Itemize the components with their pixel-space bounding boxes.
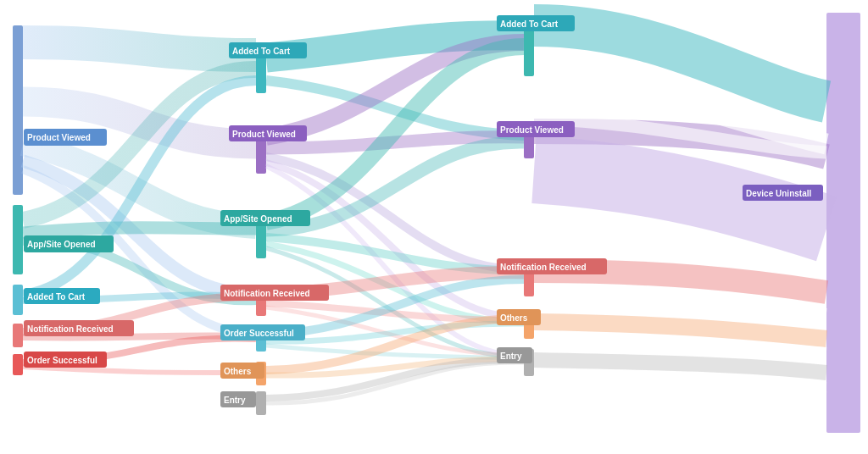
- sankey-chart: Product Viewed App/Site Opened Added To …: [0, 0, 868, 454]
- col1-app-site-opened-label: App/Site Opened: [27, 240, 96, 249]
- svg-rect-0: [13, 25, 23, 195]
- col2-notification-received-label: Notification Received: [224, 289, 310, 298]
- col2-app-site-opened-label: App/Site Opened: [224, 214, 292, 224]
- col1-notification-received-label: Notification Received: [27, 324, 114, 334]
- col3-entry-label: Entry: [500, 352, 522, 361]
- col4-main-node: [826, 13, 860, 433]
- svg-rect-11: [256, 391, 266, 415]
- col2-others-label: Others: [224, 367, 252, 376]
- col1-order-successful-label: Order Successful: [27, 356, 97, 365]
- col2-added-to-cart-label: Added To Cart: [232, 47, 291, 56]
- col1-product-viewed-label: Product Viewed: [27, 133, 91, 142]
- col3-notification-received-label: Notification Received: [500, 263, 587, 272]
- col1-added-to-cart-label: Added To Cart: [27, 292, 86, 302]
- col3-others-label: Others: [500, 313, 528, 323]
- svg-rect-2: [13, 285, 23, 315]
- col4-device-uninstall-label: Device Uninstall: [746, 189, 811, 198]
- col2-order-successful-label: Order Successful: [224, 329, 294, 338]
- col3-product-viewed-label: Product Viewed: [500, 125, 564, 135]
- svg-rect-3: [13, 324, 23, 347]
- col3-added-to-cart-label: Added To Cart: [500, 19, 559, 29]
- col2-product-viewed-label: Product Viewed: [232, 130, 296, 139]
- svg-rect-1: [13, 205, 23, 274]
- col2-entry-label: Entry: [224, 396, 246, 405]
- svg-rect-4: [13, 354, 23, 375]
